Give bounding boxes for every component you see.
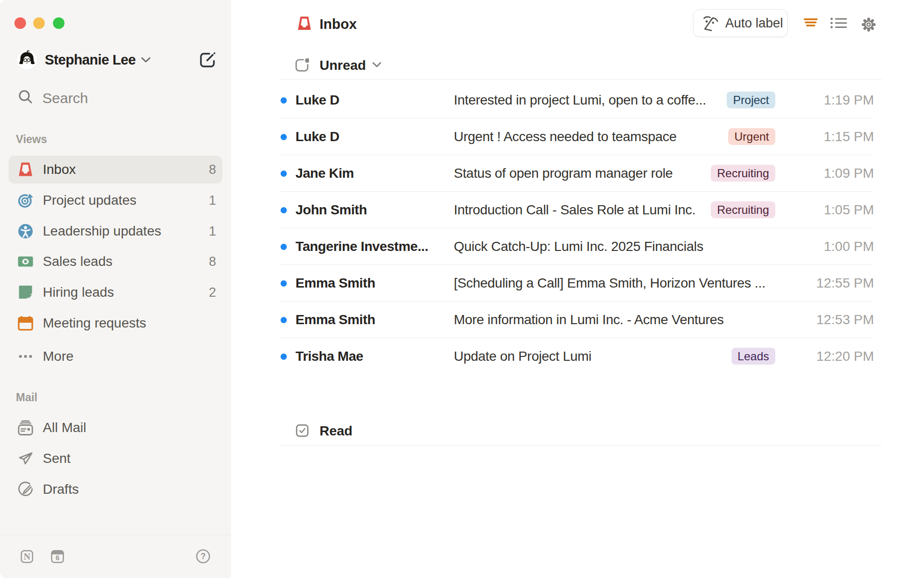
svg-text:6: 6 [55, 554, 59, 562]
svg-text:?: ? [201, 552, 206, 561]
svg-text:N: N [24, 552, 30, 562]
